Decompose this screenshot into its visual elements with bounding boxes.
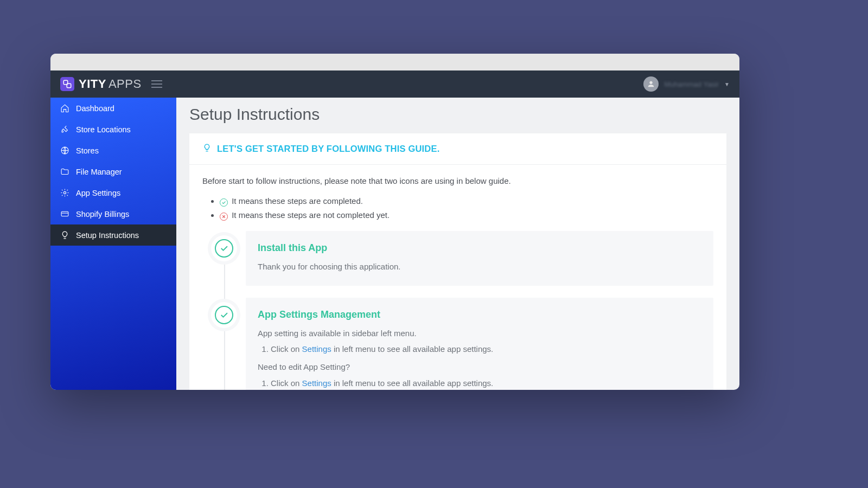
step-marker <box>211 302 237 328</box>
user-menu[interactable]: Muhammad Yasir ▼ <box>643 76 730 92</box>
settings-link[interactable]: Settings <box>302 378 331 388</box>
content-card: LET'S GET STARTED BY FOLLOWING THIS GUID… <box>189 133 726 390</box>
step-substep: Click on Settings in left menu to see al… <box>271 343 701 355</box>
svg-point-5 <box>63 191 66 194</box>
step-title: Install this App <box>258 241 701 256</box>
sidebar-item-shopify-billings[interactable]: Shopify Billings <box>50 203 176 224</box>
sidebar-item-label: Dashboard <box>76 104 114 113</box>
intro-text: Before start to follow instructions, ple… <box>202 175 713 187</box>
sidebar-item-app-settings[interactable]: App Settings <box>50 182 176 203</box>
sidebar: Dashboard Store Locations Stores File Ma… <box>50 98 176 390</box>
sidebar-item-dashboard[interactable]: Dashboard <box>50 98 176 119</box>
brand-logo[interactable]: YITY APPS <box>60 77 142 91</box>
chevron-down-icon: ▼ <box>724 81 730 87</box>
menu-toggle-icon[interactable] <box>151 80 162 88</box>
sidebar-item-store-locations[interactable]: Store Locations <box>50 119 176 140</box>
svg-rect-6 <box>61 211 68 216</box>
logo-icon <box>60 77 74 91</box>
legend-list: It means these steps are completed. It m… <box>202 195 713 221</box>
banner-text: LET'S GET STARTED BY FOLLOWING THIS GUID… <box>217 144 439 154</box>
page-title: Setup Instructions <box>176 98 739 133</box>
avatar-icon <box>643 76 659 92</box>
svg-point-2 <box>650 81 653 84</box>
sidebar-item-file-manager[interactable]: File Manager <box>50 161 176 182</box>
check-circle-icon <box>215 239 233 258</box>
step-marker <box>211 235 237 261</box>
brand-light: APPS <box>108 77 142 91</box>
step-substep: Click on Settings in left menu to see al… <box>271 377 701 389</box>
brand-bold: YITY <box>79 77 106 91</box>
sidebar-item-label: Shopify Billings <box>76 210 129 219</box>
svg-point-3 <box>62 131 63 132</box>
step-title: App Settings Management <box>258 307 701 323</box>
card-header: LET'S GET STARTED BY FOLLOWING THIS GUID… <box>189 133 726 165</box>
settings-link[interactable]: Settings <box>302 344 331 354</box>
bulb-icon <box>202 143 212 155</box>
step-install-app: Install this App Thank you for choosing … <box>246 231 713 286</box>
window-titlebar <box>50 54 739 70</box>
step-line: Need to edit App Setting? <box>258 361 701 373</box>
check-icon <box>220 198 228 207</box>
steps-timeline: Install this App Thank you for choosing … <box>202 231 713 390</box>
sidebar-item-setup-instructions[interactable]: Setup Instructions <box>50 224 176 246</box>
sidebar-item-label: Setup Instructions <box>76 231 139 240</box>
top-navbar: YITY APPS Muhammad Yasir ▼ <box>50 70 739 98</box>
step-body: Thank you for choosing this application. <box>258 260 701 273</box>
step-app-settings: App Settings Management App setting is a… <box>246 298 713 390</box>
cross-icon <box>220 213 228 221</box>
step-line: App setting is available in sidebar left… <box>258 327 701 339</box>
sidebar-item-label: File Manager <box>76 168 122 176</box>
check-circle-icon <box>215 306 233 324</box>
sidebar-item-label: Store Locations <box>76 125 131 134</box>
username-label: Muhammad Yasir <box>664 80 719 88</box>
main-content: Setup Instructions LET'S GET STARTED BY … <box>176 98 739 390</box>
sidebar-item-stores[interactable]: Stores <box>50 140 176 161</box>
sidebar-item-label: Stores <box>76 146 99 155</box>
sidebar-item-label: App Settings <box>76 189 120 197</box>
app-window: YITY APPS Muhammad Yasir ▼ Dashboard <box>50 54 739 390</box>
legend-completed: It means these steps are completed. <box>220 195 713 207</box>
legend-not-completed: It means these steps are not completed y… <box>220 209 713 221</box>
